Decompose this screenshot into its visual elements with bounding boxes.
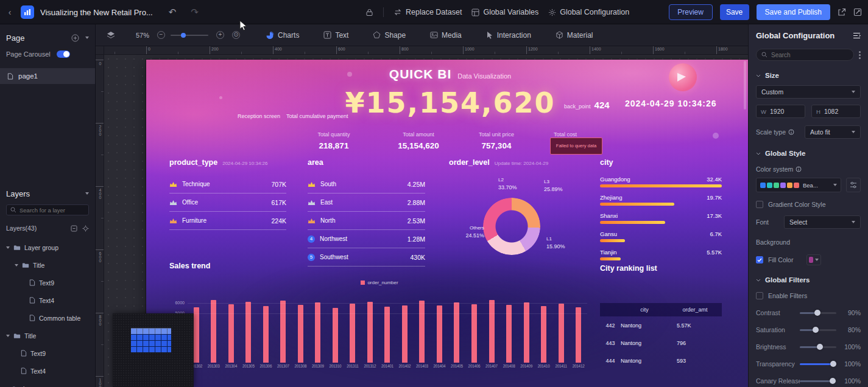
lock-icon[interactable] [365, 9, 373, 16]
slider-handle[interactable] [813, 327, 819, 333]
global-variables-button[interactable]: Global Variables [471, 8, 538, 16]
order-level-donut-chart[interactable] [483, 198, 540, 255]
fill-color-checkbox[interactable] [756, 256, 763, 263]
page-carousel-toggle[interactable] [57, 51, 70, 58]
widget-city-ranking[interactable]: City ranking list city order_amt 442 Nan… [600, 264, 722, 369]
layers-stack-icon[interactable] [107, 31, 115, 39]
tool-charts[interactable]: Charts [266, 31, 299, 40]
height-input[interactable] [824, 108, 856, 115]
export-icon[interactable] [838, 8, 846, 16]
collapse-all-icon[interactable] [71, 225, 77, 232]
slider-handle[interactable] [830, 378, 836, 384]
back-chevron-icon[interactable]: ‹ [5, 7, 15, 17]
layer-tree-group[interactable]: logo [0, 380, 95, 387]
layer-tree-item[interactable]: Text9 [0, 344, 95, 362]
zoom-out-icon[interactable]: − [157, 31, 165, 39]
city-bar [600, 239, 625, 242]
enable-filters-checkbox[interactable] [756, 292, 763, 299]
layer-tree-group[interactable]: Title [0, 256, 95, 274]
canvas-scrollbar[interactable] [744, 61, 746, 110]
tool-media[interactable]: Media [430, 31, 462, 40]
zoom-slider-handle[interactable] [181, 33, 186, 38]
edit-icon[interactable] [853, 8, 862, 16]
save-button[interactable]: Save [720, 4, 749, 20]
tool-interaction[interactable]: Interaction [486, 31, 531, 40]
zoom-in-icon[interactable]: + [216, 31, 224, 39]
widget-area[interactable]: area South 4.25M East 2.88M [308, 158, 425, 267]
widget-order-level[interactable]: order_levelUpdate time: 2024-04-29 [449, 158, 588, 167]
canvas-viewport[interactable]: QUICK BIData Visualization ¥15,154,620 R… [104, 55, 748, 387]
more-options-icon[interactable] [859, 51, 861, 59]
kpi-total-unit-price[interactable]: Total unit price 757,304 [479, 131, 514, 150]
rank-badge-icon: 5 [308, 254, 315, 261]
legend-swatch [361, 281, 365, 285]
caret-down-icon[interactable] [15, 264, 18, 267]
layer-tree-group[interactable]: Layer group [0, 239, 95, 256]
section-size[interactable]: Size [756, 72, 861, 79]
undo-icon[interactable]: ↶ [169, 7, 177, 18]
collapse-layers-icon[interactable] [85, 192, 89, 195]
fill-color-swatch[interactable] [806, 254, 821, 265]
replace-dataset-button[interactable]: Replace Dataset [393, 8, 462, 16]
widget-city[interactable]: city Guangdong 32.4K Zhejiang 19.7K [600, 158, 722, 265]
section-global-filters[interactable]: Global Filters [756, 276, 861, 284]
collapse-page-icon[interactable] [85, 37, 89, 39]
city-bar-row: Gansu 6.7K [600, 229, 722, 247]
gradient-style-checkbox[interactable] [756, 201, 763, 208]
transparency-slider[interactable] [800, 363, 836, 365]
config-search[interactable] [756, 49, 854, 61]
color-palette-select[interactable]: Bea... [756, 178, 841, 192]
layer-tree-item[interactable]: Common table [0, 309, 95, 327]
add-page-icon[interactable] [71, 34, 79, 42]
layer-tree-group[interactable]: Title [0, 327, 95, 344]
width-input[interactable] [770, 108, 800, 115]
contrast-slider[interactable] [800, 312, 836, 314]
tool-shape[interactable]: Shape [373, 31, 406, 40]
info-icon [796, 166, 802, 172]
brightness-slider[interactable] [800, 346, 836, 348]
redo-icon[interactable]: ↷ [191, 7, 199, 18]
canary-release-slider[interactable] [800, 380, 836, 382]
layer-search[interactable] [6, 204, 89, 215]
panel-menu-icon[interactable] [853, 32, 861, 39]
kpi-total-amount[interactable]: Total amount 15,154,620 [398, 131, 439, 150]
slider-handle[interactable] [817, 344, 823, 350]
size-preset-select[interactable]: Custom [756, 85, 861, 99]
widget-sales-trend[interactable]: Sales trend order_number 60005000 201302… [169, 262, 590, 387]
topbar: ‹ Visualizing the New Retail Pro... ↶ ↷ … [0, 0, 868, 24]
caret-down-icon[interactable] [6, 246, 10, 249]
global-configuration-button[interactable]: Global Configuration [548, 8, 629, 16]
widget-thumbnail[interactable] [113, 313, 194, 387]
sales-legend[interactable]: order_number [169, 280, 590, 285]
font-label: Font [756, 218, 769, 226]
locate-layer-icon[interactable] [82, 225, 89, 232]
palette-adjust-icon[interactable] [846, 178, 861, 192]
slider-handle[interactable] [814, 310, 820, 316]
preview-button[interactable]: Preview [669, 4, 713, 20]
config-search-input[interactable] [771, 52, 849, 58]
font-select[interactable]: Select [784, 215, 861, 229]
slider-handle[interactable] [830, 361, 836, 367]
height-field[interactable]: H [811, 105, 861, 118]
zoom-fit-icon[interactable]: ⊙ [232, 31, 240, 39]
dashboard-artboard[interactable]: QUICK BIData Visualization ¥15,154,620 R… [146, 60, 748, 387]
widget-product-type[interactable]: product_type2024-04-29 10:34:26 Techniqu… [169, 158, 286, 230]
layer-tree-item[interactable]: Text9 [0, 274, 95, 291]
page-item-page1[interactable]: page1 [0, 68, 95, 84]
layer-search-input[interactable] [19, 207, 85, 214]
saturation-slider[interactable] [800, 329, 836, 331]
scale-type-select[interactable]: Auto fit [805, 125, 861, 139]
app-root: ‹ Visualizing the New Retail Pro... ↶ ↷ … [0, 0, 868, 387]
layer-tree-item[interactable]: Text4 [0, 291, 95, 309]
kpi-total-quantity[interactable]: Total quantity 218,871 [317, 131, 350, 150]
save-and-publish-button[interactable]: Save and Publish [757, 4, 830, 20]
width-field[interactable]: W [756, 105, 805, 118]
layer-tree-item[interactable]: Text4 [0, 362, 95, 380]
kpi-total-cost[interactable]: Total cost [554, 131, 577, 138]
section-global-style[interactable]: Global Style [756, 150, 861, 157]
tool-text[interactable]: Text [323, 31, 348, 40]
caret-down-icon[interactable] [6, 335, 10, 337]
color-chip [809, 257, 813, 263]
tool-material[interactable]: Material [556, 31, 593, 40]
zoom-slider[interactable] [171, 35, 208, 36]
